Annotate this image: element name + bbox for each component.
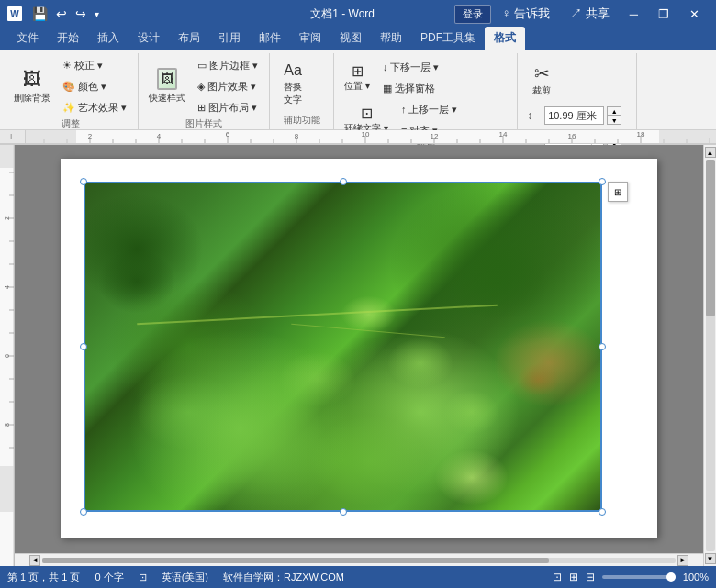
corrections-button[interactable]: ☀ 校正 ▾ [57,55,132,75]
replace-text-button[interactable]: Aa 替换文字 [275,58,310,111]
tab-home[interactable]: 开始 [48,27,88,50]
picture-border-button[interactable]: ▭ 图片边框 ▾ [192,55,263,75]
customize-qa-button[interactable]: ▾ [92,7,102,21]
quick-styles-button[interactable]: 🖼 快速样式 [144,60,190,113]
vertical-ruler: 2 4 6 8 [0,145,15,566]
select-pane-button[interactable]: ▦ 选择窗格 [377,78,445,98]
svg-text:2: 2 [88,132,93,140]
website-info: 软件自学网：RJZXW.COM [223,571,344,584]
scroll-down-button[interactable]: ▼ [705,553,716,564]
word-icon: W [7,6,22,21]
picture-border-label: 图片边框 ▾ [209,59,258,72]
svg-text:8: 8 [295,132,299,140]
picture-effects-icon: ◈ [197,81,205,93]
svg-rect-41 [659,130,716,143]
crop-icon: ✂ [534,62,550,84]
scrollbar-thumb[interactable] [42,558,549,563]
status-icon-1: ⊡ [139,571,147,583]
tell-me-button[interactable]: ♀ 告诉我 [493,2,559,26]
handle-top-center[interactable] [340,178,347,185]
redo-button[interactable]: ↪ [73,5,89,23]
tab-pdf[interactable]: PDF工具集 [411,27,485,50]
handle-bottom-left[interactable] [80,508,87,516]
view-web-button[interactable]: ⊟ [586,571,595,583]
color-icon: 🎨 [62,81,75,93]
svg-rect-43 [0,145,14,168]
height-input[interactable] [544,106,604,125]
zoom-slider[interactable] [602,575,676,579]
quick-access-toolbar: 💾 ↩ ↪ ▾ [29,5,102,23]
ribbon-group-size: ✂ 裁剪 ↕ ▲ ▼ ↔ ▲ ▼ 大小 [518,53,637,129]
handle-top-left[interactable] [80,178,87,185]
picture-layout-button[interactable]: ⊞ 图片布局 ▾ [192,97,263,117]
share-button[interactable]: ↗ 共享 [561,2,619,26]
ruler-container: L [0,130,716,145]
vscrollbar-thumb[interactable] [706,160,715,316]
vertical-scrollbar[interactable]: ▲ ▼ [703,145,716,566]
crop-button[interactable]: ✂ 裁剪 [523,57,560,103]
handle-bottom-right[interactable] [599,508,606,516]
height-down-button[interactable]: ▼ [607,116,621,125]
auxiliary-label: 辅助功能 [284,114,320,129]
image-container[interactable]: ⊞ [84,182,602,512]
scroll-right-button[interactable]: ► [677,555,688,566]
status-right: ⊡ ⊞ ⊟ 100% [553,571,709,583]
zoom-level: 100% [683,571,709,582]
move-down-icon: ↓ [383,61,388,72]
artistic-label: 艺术效果 ▾ [78,101,127,115]
corrections-label: 校正 ▾ [74,59,103,72]
view-normal-button[interactable]: ⊡ [553,571,562,583]
view-read-button[interactable]: ⊞ [569,571,578,583]
position-button[interactable]: ⊞ 位置 ▾ [340,60,375,95]
tab-help[interactable]: 帮助 [371,27,411,50]
zoom-thumb[interactable] [666,572,676,582]
handle-bottom-center[interactable] [340,508,347,516]
save-button[interactable]: 💾 [29,5,50,23]
horizontal-scrollbar[interactable]: ◄ ► [15,553,703,566]
tab-view[interactable]: 视图 [330,27,371,50]
tab-file[interactable]: 文件 [7,27,48,50]
handle-middle-left[interactable] [80,343,87,350]
login-button[interactable]: 登录 [454,5,491,24]
document-page: ⊞ [61,159,657,538]
layout-options-button[interactable]: ⊞ [608,182,628,202]
handle-middle-right[interactable] [599,343,606,350]
tab-layout[interactable]: 布局 [169,27,209,50]
move-down-button[interactable]: ↓ 下移一层 ▾ [377,57,445,77]
svg-text:10: 10 [362,130,370,139]
svg-text:6: 6 [4,354,10,358]
scroll-left-button[interactable]: ◄ [29,555,40,566]
close-button[interactable]: ✕ [680,4,709,25]
document-image[interactable] [84,182,602,512]
svg-text:4: 4 [157,132,162,140]
artistic-button[interactable]: ✨ 艺术效果 ▾ [57,97,132,117]
ribbon-toolbar: 🖼 删除背景 ☀ 校正 ▾ 🎨 颜色 ▾ ✨ 艺术效果 ▾ 调整 [0,50,716,130]
image-inner [85,183,600,510]
tab-mailings[interactable]: 邮件 [250,27,290,50]
tab-insert[interactable]: 插入 [88,27,129,50]
color-button[interactable]: 🎨 颜色 ▾ [57,76,132,96]
scroll-up-button[interactable]: ▲ [705,147,716,158]
tab-format[interactable]: 格式 [485,27,525,50]
ruler-svg: 2 4 6 8 10 12 14 16 18 [26,130,716,143]
remove-bg-button[interactable]: 🖼 删除背景 [9,60,55,113]
minimize-button[interactable]: ─ [621,4,647,25]
title-bar: W 💾 ↩ ↪ ▾ 文档1 - Word 登录 ♀ 告诉我 ↗ 共享 ─ ❐ ✕ [0,0,716,28]
undo-button[interactable]: ↩ [53,5,70,23]
position-icon: ⊞ [352,62,364,80]
ruler-corner-icon: L [10,132,15,141]
restore-button[interactable]: ❐ [649,4,678,25]
title-bar-left: W 💾 ↩ ↪ ▾ [7,5,230,23]
artistic-icon: ✨ [62,102,75,114]
color-label: 颜色 ▾ [78,80,106,94]
move-up-button[interactable]: ↑ 上移一层 ▾ [396,99,464,119]
language-info: 英语(美国) [162,571,208,584]
picture-effects-button[interactable]: ◈ 图片效果 ▾ [192,76,263,96]
tab-design[interactable]: 设计 [129,27,169,50]
handle-top-right[interactable] [599,178,606,185]
replace-text-icon: Aa [284,62,302,79]
height-spinner: ▲ ▼ [607,106,621,125]
height-up-button[interactable]: ▲ [607,106,621,116]
tab-references[interactable]: 引用 [209,27,250,50]
tab-review[interactable]: 审阅 [290,27,330,50]
